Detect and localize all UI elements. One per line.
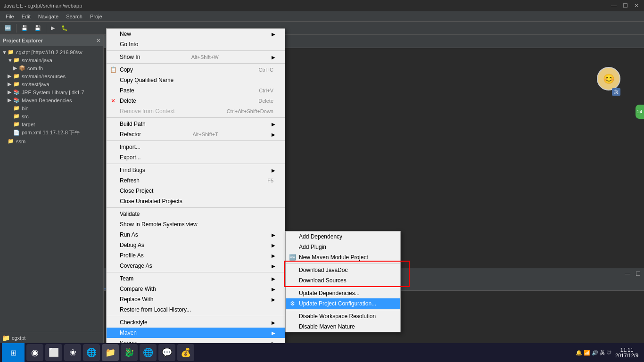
menu-file[interactable]: File bbox=[2, 13, 18, 20]
ctx-export-label: Export... bbox=[120, 154, 141, 161]
ctx-validate[interactable]: Validate bbox=[107, 209, 285, 219]
ctx-coverage-as[interactable]: Coverage As ▶ bbox=[107, 261, 285, 271]
taskbar-time: 11:11 2017/12/9 bbox=[615, 347, 638, 358]
ctx-refresh-shortcut: F5 bbox=[267, 178, 273, 183]
maven-update-config[interactable]: ⚙ Update Project Configuration... bbox=[286, 298, 400, 309]
menu-search[interactable]: Search bbox=[62, 13, 86, 20]
sidebar-title: Project Explorer bbox=[3, 38, 43, 43]
ctx-import[interactable]: Import... bbox=[107, 142, 285, 152]
ctx-show-remote[interactable]: Show in Remote Systems view bbox=[107, 219, 285, 230]
menu-edit[interactable]: Edit bbox=[18, 13, 34, 20]
ctx-compare-with[interactable]: Compare With ▶ bbox=[107, 284, 285, 294]
ctx-delete[interactable]: ✕ Delete Delete bbox=[107, 96, 285, 106]
tree-item[interactable]: ▶ 📦 com.fh bbox=[0, 64, 103, 72]
ctx-find-bugs[interactable]: Find Bugs ▶ bbox=[107, 165, 285, 175]
maven-download-sources[interactable]: Download Sources bbox=[286, 275, 400, 286]
ctx-paste[interactable]: Paste Ctrl+V bbox=[107, 85, 285, 96]
maven-disable-workspace[interactable]: Disable Workspace Resolution bbox=[286, 311, 400, 321]
ctx-close-project-label: Close Project bbox=[120, 188, 153, 194]
bottom-icon-min[interactable]: — bbox=[623, 270, 632, 278]
tree-bottom-label: cgxtpt bbox=[12, 335, 25, 341]
start-button[interactable]: ⊞ bbox=[2, 343, 25, 362]
ctx-profile-as[interactable]: Profile As ▶ bbox=[107, 250, 285, 261]
tree-item[interactable]: ▼ 📁 src/main/java bbox=[0, 56, 103, 64]
tree-item[interactable]: 📁 target bbox=[0, 120, 103, 128]
maven-sep-2 bbox=[286, 287, 400, 287]
ctx-remove-context[interactable]: Remove from Context Ctrl+Alt+Shift+Down bbox=[107, 106, 285, 116]
ctx-copy-qualified[interactable]: Copy Qualified Name bbox=[107, 75, 285, 85]
taskbar-icon-6[interactable]: 💬 bbox=[158, 344, 175, 361]
ctx-run-as[interactable]: Run As ▶ bbox=[107, 230, 285, 240]
maven-new-module[interactable]: 🆕 New Maven Module Project bbox=[286, 252, 400, 263]
tree-item[interactable]: 📄 pom.xml 11 17-12-8 下午 bbox=[0, 128, 103, 137]
taskbar-icon-5[interactable]: 🌐 bbox=[140, 344, 157, 361]
toolbar-sep-1 bbox=[16, 24, 17, 33]
menu-project[interactable]: Proje bbox=[86, 13, 106, 20]
ctx-team[interactable]: Team ▶ bbox=[107, 273, 285, 284]
taskbar-tray-icons: 🔔 📶 🔊 英 🛡 bbox=[576, 349, 611, 356]
minimize-button[interactable]: — bbox=[610, 2, 618, 9]
taskbar-search[interactable]: ◉ bbox=[26, 344, 43, 361]
maven-update-config-icon: ⚙ bbox=[289, 300, 296, 307]
maven-disable-workspace-label: Disable Workspace Resolution bbox=[299, 313, 376, 320]
ctx-go-into[interactable]: Go Into bbox=[107, 39, 285, 49]
maven-add-dependency[interactable]: Add Dependency bbox=[286, 231, 400, 242]
toolbar-save[interactable]: 💾 bbox=[18, 24, 31, 32]
tree-area[interactable]: ▼ 📁 cgxtpt [https://10.2.216.90/sv ▼ 📁 s… bbox=[0, 46, 103, 332]
close-button[interactable]: ✕ bbox=[633, 2, 640, 9]
tree-item[interactable]: ▶ 📁 src/test/java bbox=[0, 80, 103, 88]
ctx-copy-shortcut: Ctrl+C bbox=[259, 67, 273, 73]
tree-item[interactable]: 📁 ssm bbox=[0, 137, 103, 145]
tree-item[interactable]: 📁 bin bbox=[0, 104, 103, 112]
ctx-checkstyle[interactable]: Checkstyle ▶ bbox=[107, 317, 285, 328]
tree-item[interactable]: ▶ 📚 Maven Dependencies bbox=[0, 96, 103, 104]
ctx-coverage-as-label: Coverage As bbox=[120, 263, 152, 269]
title-bar: Java EE - cgxtpt/src/main/webapp — ☐ ✕ bbox=[0, 0, 644, 11]
ctx-sep-3 bbox=[107, 117, 285, 118]
tree-item[interactable]: ▶ 📁 src/main/resources bbox=[0, 72, 103, 80]
avatar-label: 英 bbox=[612, 88, 620, 96]
ctx-replace-with[interactable]: Replace With ▶ bbox=[107, 294, 285, 304]
ctx-go-into-label: Go Into bbox=[120, 41, 138, 48]
ctx-debug-as-arrow: ▶ bbox=[272, 243, 275, 248]
taskbar-icon-7[interactable]: 💰 bbox=[177, 344, 194, 361]
ctx-debug-as[interactable]: Debug As ▶ bbox=[107, 240, 285, 250]
taskbar-icon-2[interactable]: 🌐 bbox=[83, 344, 100, 361]
sidebar-close[interactable]: ✕ bbox=[96, 38, 100, 44]
bottom-icon-max[interactable]: ☐ bbox=[634, 270, 642, 278]
maximize-button[interactable]: ☐ bbox=[621, 2, 629, 9]
ctx-maven[interactable]: Maven ▶ bbox=[107, 328, 285, 338]
tree-item[interactable]: 📁 src bbox=[0, 112, 103, 120]
tree-item[interactable]: ▶ 📚 JRE System Library [jdk1.7 bbox=[0, 88, 103, 96]
tree-item[interactable]: ▼ 📁 cgxtpt [https://10.2.216.90/sv bbox=[0, 48, 103, 56]
toolbar-run[interactable]: ▶ bbox=[48, 24, 58, 32]
maven-download-javadoc[interactable]: Download JavaDoc bbox=[286, 265, 400, 275]
ctx-show-in[interactable]: Show In Alt+Shift+W ▶ bbox=[107, 52, 285, 62]
maven-add-plugin[interactable]: Add Plugin bbox=[286, 242, 400, 252]
ctx-checkstyle-label: Checkstyle bbox=[120, 319, 148, 326]
ctx-close-unrelated[interactable]: Close Unrelated Projects bbox=[107, 196, 285, 206]
ctx-restore-local[interactable]: Restore from Local History... bbox=[107, 304, 285, 315]
ctx-copy-qualified-label: Copy Qualified Name bbox=[120, 77, 173, 83]
ctx-close-project[interactable]: Close Project bbox=[107, 186, 285, 196]
maven-disable-nature[interactable]: Disable Maven Nature bbox=[286, 321, 400, 332]
toolbar-debug[interactable]: 🐛 bbox=[58, 24, 71, 32]
maven-sep-1 bbox=[286, 263, 400, 264]
ctx-build-path[interactable]: Build Path ▶ bbox=[107, 119, 285, 129]
taskbar-icon-3[interactable]: 📁 bbox=[102, 344, 119, 361]
sidebar: Project Explorer ✕ ▼ 📁 cgxtpt [https://1… bbox=[0, 35, 104, 343]
maven-update-deps[interactable]: Update Dependencies... bbox=[286, 288, 400, 298]
ctx-refactor[interactable]: Refactor Alt+Shift+T ▶ bbox=[107, 129, 285, 140]
menu-navigate[interactable]: Navigate bbox=[34, 13, 62, 20]
ctx-copy[interactable]: 📋 Copy Ctrl+C bbox=[107, 65, 285, 75]
toolbar-new[interactable]: 🆕 bbox=[2, 24, 14, 32]
taskbar-icon-1[interactable]: ❀ bbox=[64, 344, 81, 361]
ctx-refactor-label: Refactor bbox=[120, 131, 141, 138]
toolbar-save-all[interactable]: 💾 bbox=[32, 24, 44, 32]
maven-add-dependency-label: Add Dependency bbox=[299, 233, 342, 240]
ctx-new[interactable]: New ▶ bbox=[107, 29, 285, 39]
ctx-refresh[interactable]: Refresh F5 bbox=[107, 175, 285, 186]
ctx-export[interactable]: Export... bbox=[107, 152, 285, 163]
taskbar-icon-4[interactable]: 🐉 bbox=[121, 344, 138, 361]
taskbar-task-view[interactable]: ⬜ bbox=[45, 344, 62, 361]
